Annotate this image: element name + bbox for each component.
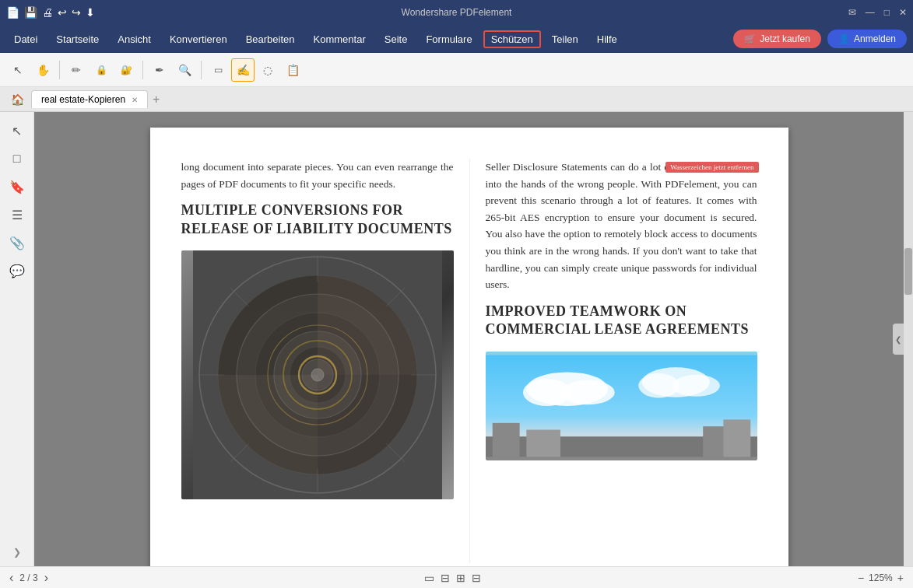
sidebar-bookmark-icon[interactable]: 🔖 [5,174,30,199]
new-tab-button[interactable]: + [153,93,160,107]
sidebar-toc-icon[interactable]: ☰ [5,202,30,227]
login-button[interactable]: 👤 Anmelden [827,30,907,48]
right-panel-toggle[interactable]: ❮ [893,324,904,355]
tool-separator-3 [201,61,202,79]
vertical-scrollbar[interactable] [904,112,913,566]
menu-formulare[interactable]: Formulare [418,30,479,48]
tab-realestate[interactable]: real estate-Kopieren ✕ [31,90,148,108]
tool-stamp[interactable]: 📋 [281,58,304,82]
title-bar-left-icons: 📄 💾 🖨 ↩ ↪ ⬇ [6,6,95,19]
view-double-icon[interactable]: ⊟ [441,572,450,584]
page-sep: / [27,572,30,583]
page-current: 2 [19,572,25,583]
view-scroll-icon[interactable]: ⊟ [472,572,481,584]
tool-text-box[interactable]: ▭ [206,58,230,82]
main-area: ↖ □ 🔖 ☰ 📎 💬 ❯ long document into separat… [0,112,913,566]
print-icon[interactable]: 🖨 [42,6,53,19]
svg-point-26 [672,374,719,396]
menu-seite[interactable]: Seite [377,30,416,48]
scroll-thumb[interactable] [904,248,912,295]
svg-rect-29 [526,429,560,457]
menu-kommentar[interactable]: Kommentar [306,30,374,48]
svg-rect-31 [723,419,750,457]
menu-bar: Datei Startseite Ansicht Konvertieren Be… [0,25,913,53]
user-icon: 👤 [838,33,850,44]
tool-select[interactable]: ↖ [6,58,30,82]
app-title: Wondershare PDFelement [402,7,512,18]
bottom-bar: ‹ 2 / 3 › ▭ ⊟ ⊞ ⊟ − 125% + [0,566,913,588]
left-sidebar: ↖ □ 🔖 ☰ 📎 💬 ❯ [0,112,34,566]
down-icon[interactable]: ⬇ [86,6,95,19]
sidebar-comment-icon[interactable]: 💬 [5,258,30,283]
menu-datei[interactable]: Datei [6,30,45,48]
tool-edit-text[interactable]: ✏ [65,58,88,82]
menu-hilfe[interactable]: Hilfe [589,30,625,48]
home-button[interactable]: 🏠 [6,89,28,110]
zoom-controls: − 125% + [858,572,904,584]
sidebar-attachment-icon[interactable]: 📎 [5,230,30,255]
menu-schutzen[interactable]: Schützen [483,30,541,48]
undo-icon[interactable]: ↩ [58,6,67,19]
tool-sign[interactable]: ✒ [148,58,171,82]
svg-rect-28 [492,422,519,457]
tool-eraser[interactable]: ◌ [256,58,279,82]
tool-pan[interactable]: ✋ [31,58,54,82]
sidebar-toggle[interactable]: ❯ [9,544,25,560]
watermark-tag[interactable]: Wasserzeichen jetzt entfernen [665,162,758,173]
pdf-spiral-image [181,250,454,499]
svg-point-23 [560,380,614,404]
view-single-icon[interactable]: ▭ [424,572,434,584]
minimize-btn[interactable]: — [866,7,875,18]
menu-startseite[interactable]: Startseite [48,30,107,48]
zoom-level: 125% [869,572,893,583]
menu-teilen[interactable]: Teilen [544,30,586,48]
tool-lock2[interactable]: 🔐 [114,58,138,82]
buy-button[interactable]: 🛒 Jetzt kaufen [733,30,821,48]
view-controls: ▭ ⊟ ⊞ ⊟ [424,572,481,584]
pdf-right-column: Seller Disclosure Statements can do a lo… [469,159,757,563]
tab-close-icon[interactable]: ✕ [132,96,138,104]
toolbar: ↖ ✋ ✏ 🔒 🔐 ✒ 🔍 ▭ ✍ ◌ 📋 [0,53,913,87]
close-btn[interactable]: ✕ [899,7,907,18]
nav-prev-button[interactable]: ‹ [9,571,13,585]
page-total: 3 [33,572,38,583]
tool-lock[interactable]: 🔒 [90,58,113,82]
menu-konvertieren[interactable]: Konvertieren [162,30,235,48]
window-controls: ✉ — □ ✕ [848,7,907,18]
menu-ansicht[interactable]: Ansicht [110,30,159,48]
email-icon[interactable]: ✉ [848,7,856,18]
sidebar-thumbnail-icon[interactable]: □ [5,146,30,171]
pdf-text-above-heading: long document into separate pieces. You … [181,159,454,192]
app-icon: 📄 [6,6,19,19]
tool-separator-1 [59,61,60,79]
pdf-area[interactable]: long document into separate pieces. You … [34,112,904,566]
pdf-sky-image [486,352,757,460]
zoom-minus-button[interactable]: − [858,572,864,584]
title-bar: 📄 💾 🖨 ↩ ↪ ⬇ Wondershare PDFelement ✉ — □… [0,0,913,25]
view-grid-icon[interactable]: ⊞ [456,572,465,584]
header-buttons: 🛒 Jetzt kaufen 👤 Anmelden [733,30,907,48]
cart-icon: 🛒 [744,33,756,44]
pdf-heading2: IMPROVED TEAMWORK ON COMMERCIAL LEASE AG… [486,303,757,339]
tool-separator-2 [142,61,143,79]
pdf-left-column: long document into separate pieces. You … [181,159,469,563]
nav-next-button[interactable]: › [44,571,48,585]
redo-icon[interactable]: ↪ [72,6,81,19]
tool-annotate[interactable]: ✍ [231,58,255,82]
save-icon[interactable]: 💾 [24,6,37,19]
sidebar-cursor-icon[interactable]: ↖ [5,118,30,143]
pdf-main-heading: MULTIPLE CONVERSIONS FOR RELEASE OF LIAB… [181,201,454,238]
zoom-plus-button[interactable]: + [897,572,904,584]
maximize-btn[interactable]: □ [884,7,890,18]
tool-search[interactable]: 🔍 [173,58,196,82]
menu-bearbeiten[interactable]: Bearbeiten [238,30,303,48]
tab-bar: 🏠 real estate-Kopieren ✕ + [0,87,913,112]
pdf-page: long document into separate pieces. You … [150,128,788,566]
page-indicator: 2 / 3 [19,572,37,583]
pdf-right-text1: Seller Disclosure Statements can do a lo… [486,159,757,293]
tab-label: real estate-Kopieren [41,94,125,105]
